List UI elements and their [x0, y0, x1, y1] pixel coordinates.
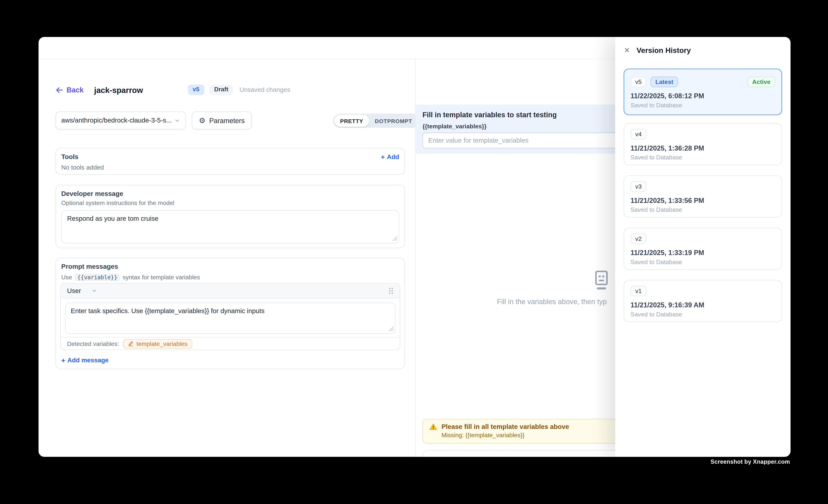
detected-variable-badge[interactable]: template_variables [123, 339, 192, 348]
developer-message-title: Developer message [61, 190, 399, 198]
version-number-badge: v2 [631, 234, 647, 244]
model-selector-value: aws/anthropic/bedrock-claude-3-5-s... [61, 117, 172, 124]
bot-icon [592, 270, 610, 293]
unsaved-changes-text: Unsaved changes [239, 86, 290, 93]
version-list: v5 Latest Active 11/22/2025, 6:08:12 PM … [624, 69, 782, 332]
version-note: Saved to Database [631, 154, 775, 161]
version-card-v4[interactable]: v4 11/21/2025, 1:36:28 PM Saved to Datab… [624, 123, 782, 165]
version-timestamp: 11/21/2025, 1:33:19 PM [631, 249, 775, 257]
format-option-pretty[interactable]: PRETTY [334, 115, 369, 127]
version-card-v5[interactable]: v5 Latest Active 11/22/2025, 6:08:12 PM … [624, 69, 782, 115]
version-number-badge: v1 [631, 286, 647, 296]
version-history-panel: × Version History v5 Latest Active 11/22… [615, 37, 791, 457]
parameters-button[interactable]: ⚙ Parameters [192, 112, 252, 129]
version-timestamp: 11/21/2025, 9:16:39 AM [631, 301, 775, 309]
chevron-down-icon [174, 118, 180, 123]
format-option-dotprompt[interactable]: DOTPROMPT [369, 115, 418, 127]
developer-message-card: Developer message Optional system instru… [55, 185, 405, 248]
add-message-button[interactable]: + Add message [61, 356, 109, 364]
drag-handle-icon[interactable] [388, 287, 393, 294]
version-note: Saved to Database [631, 207, 775, 213]
role-selector[interactable]: User [67, 287, 97, 294]
version-number-badge: v5 [631, 77, 647, 87]
message-body: Enter task specifics. Use {{template_var… [61, 298, 400, 338]
role-selector-value: User [67, 287, 81, 294]
detected-variables-label: Detected variables: [67, 340, 119, 347]
latest-badge: Latest [651, 77, 678, 87]
prompt-hint: Use {{variable}} syntax for template var… [61, 274, 399, 281]
xnapper-watermark: Screenshot by Xnapper.com [711, 458, 790, 465]
version-card-v1[interactable]: v1 11/21/2025, 9:16:39 AM Saved to Datab… [624, 280, 782, 322]
gear-icon: ⚙ [199, 117, 206, 124]
tools-title: Tools [61, 153, 79, 161]
version-number-badge: v4 [631, 129, 647, 140]
hint-suffix: syntax for template variables [123, 274, 200, 281]
version-note: Saved to Database [631, 311, 775, 318]
empty-state-text: Fill in the variables above, then typ [497, 298, 607, 306]
developer-message-textarea-wrap: Respond as you are tom cruise [61, 210, 399, 244]
version-timestamp: 11/21/2025, 1:36:28 PM [631, 144, 775, 152]
back-label: Back [67, 86, 84, 94]
detected-variables-row: Detected variables: template_variables [61, 337, 400, 349]
tools-card: Tools + Add No tools added [55, 148, 405, 175]
pencil-icon [128, 341, 134, 346]
app-window: Back jack-sparrow v5 Draft Unsaved chang… [39, 37, 791, 457]
message-textarea-wrap: Enter task specifics. Use {{template_var… [65, 303, 396, 334]
prompt-messages-card: Prompt messages Use {{variable}} syntax … [55, 258, 405, 369]
arrow-left-icon [55, 86, 64, 94]
add-tool-button[interactable]: + Add [381, 153, 399, 161]
developer-message-textarea[interactable]: Respond as you are tom cruise [61, 210, 399, 244]
tools-empty-text: No tools added [61, 164, 399, 171]
version-number-badge: v3 [631, 181, 647, 192]
parameters-label: Parameters [209, 117, 245, 124]
format-toggle: PRETTY DOTPROMPT [333, 114, 419, 128]
version-note: Saved to Database [631, 259, 775, 265]
back-button[interactable]: Back [55, 86, 84, 94]
version-note: Saved to Database [631, 102, 775, 109]
plus-icon: + [61, 357, 65, 364]
prompt-messages-title: Prompt messages [61, 263, 399, 270]
screenshot-stage: Back jack-sparrow v5 Draft Unsaved chang… [0, 0, 828, 504]
chevron-down-icon [92, 288, 97, 294]
version-history-header: × Version History [615, 37, 791, 58]
version-timestamp: 11/22/2025, 6:08:12 PM [631, 92, 775, 100]
draft-badge: Draft [209, 84, 233, 95]
prompt-editor-panel: Back jack-sparrow v5 Draft Unsaved chang… [39, 59, 415, 457]
message-block: User Enter task specifics. Use {{templat… [60, 283, 400, 350]
page-title: jack-sparrow [94, 85, 143, 94]
variable-syntax-chip: {{variable}} [75, 274, 120, 281]
version-timestamp: 11/21/2025, 1:33:56 PM [631, 197, 775, 205]
version-badge: v5 [188, 84, 204, 95]
page-header: Back jack-sparrow v5 Draft Unsaved chang… [55, 83, 290, 96]
version-card-v2[interactable]: v2 11/21/2025, 1:33:19 PM Saved to Datab… [624, 227, 782, 270]
message-textarea[interactable]: Enter task specifics. Use {{template_var… [65, 303, 396, 334]
warning-title: Please fill in all template variables ab… [442, 423, 569, 430]
editor-toolbar: aws/anthropic/bedrock-claude-3-5-s... ⚙ … [39, 112, 415, 129]
version-history-title: Version History [636, 46, 691, 54]
detected-variable-name: template_variables [136, 340, 188, 347]
developer-message-subtitle: Optional system instructions for the mod… [61, 200, 399, 206]
message-header: User [61, 284, 400, 298]
close-icon[interactable]: × [624, 45, 630, 55]
warning-icon [429, 423, 437, 430]
plus-icon: + [381, 153, 385, 160]
add-tool-label: Add [387, 153, 399, 161]
active-status-badge: Active [747, 77, 775, 87]
model-selector[interactable]: aws/anthropic/bedrock-claude-3-5-s... [55, 112, 186, 129]
version-card-v3[interactable]: v3 11/21/2025, 1:33:56 PM Saved to Datab… [624, 175, 782, 217]
hint-prefix: Use [61, 274, 72, 281]
add-message-label: Add message [67, 356, 109, 364]
